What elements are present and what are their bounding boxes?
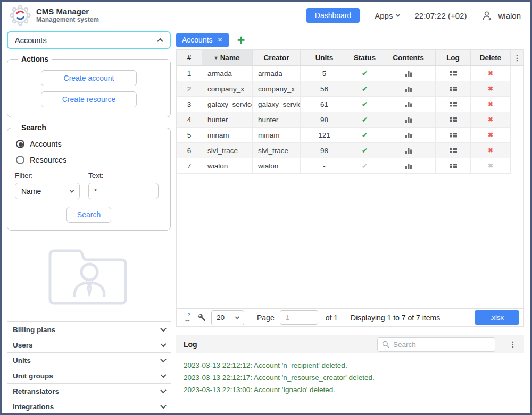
log-button[interactable] [436, 158, 471, 174]
log-search-box[interactable] [377, 337, 495, 352]
user-menu[interactable]: wialon [481, 10, 521, 21]
delete-button[interactable]: ✖ [471, 66, 511, 81]
contents-button[interactable] [381, 158, 436, 174]
close-icon[interactable]: ✕ [218, 37, 223, 43]
table-row[interactable]: 1armadaarmada5✔✖ [177, 66, 523, 81]
table-row[interactable]: 7wialonwialon-✔✖ [177, 158, 523, 174]
sidebar-item-unit-groups[interactable]: Unit groups [7, 368, 171, 383]
column-header-delete[interactable]: Delete [471, 50, 511, 65]
column-header-name[interactable]: ▾ Name [202, 50, 253, 65]
chevron-up-icon [157, 38, 163, 44]
page-size-value: 20 [217, 314, 225, 321]
sidebar-item-units[interactable]: Units [7, 352, 171, 368]
table-menu[interactable]: ⋮ [511, 50, 523, 65]
delete-button[interactable]: ✖ [471, 112, 511, 128]
column-header-creator[interactable]: Creator [253, 50, 301, 65]
delete-button[interactable]: ✖ [471, 128, 511, 143]
wrench-icon[interactable] [198, 314, 206, 321]
dashboard-button[interactable]: Dashboard [306, 8, 360, 23]
status-toggle[interactable]: ✔ [348, 158, 381, 174]
log-button[interactable] [436, 112, 471, 128]
contents-button[interactable] [381, 66, 436, 81]
page-size-select[interactable]: 20 [211, 310, 244, 325]
radio-resources[interactable]: Resources [16, 156, 164, 164]
log-menu-kebab-icon[interactable]: ⋮ [509, 340, 517, 349]
delete-button[interactable]: ✖ [471, 143, 511, 158]
apps-menu[interactable]: Apps [375, 11, 400, 20]
sidebar-item-retranslators[interactable]: Retranslators [7, 383, 171, 399]
cell-num: 2 [177, 81, 202, 97]
table-row[interactable]: 5miriammiriam121✔✖ [177, 128, 523, 143]
accounts-table: # ▾ Name Creator Units Status Contents L… [176, 49, 524, 327]
table-row[interactable]: 2company_xcompany_x56✔✖ [177, 81, 523, 97]
log-button[interactable] [436, 128, 471, 143]
sidebar-item-label: Integrations [13, 403, 54, 411]
row-filler [511, 158, 523, 174]
x-icon: ✖ [488, 100, 493, 108]
tab-label: Accounts [182, 36, 213, 44]
bar-chart-icon [405, 101, 412, 108]
sort-desc-icon: ▾ [215, 55, 218, 61]
contents-button[interactable] [381, 143, 436, 158]
create-account-button[interactable]: Create account [41, 70, 137, 86]
row-filler [511, 66, 523, 81]
table-row[interactable]: 3galaxy_servicegalaxy_service61✔✖ [177, 97, 523, 112]
check-icon: ✔ [362, 69, 368, 78]
contents-button[interactable] [381, 97, 436, 112]
page-input[interactable] [280, 310, 318, 325]
delete-button[interactable]: ✖ [471, 97, 511, 112]
radio-accounts-label: Accounts [30, 140, 62, 148]
filter-select[interactable]: Name [15, 183, 80, 199]
app-logo [10, 5, 31, 26]
app-title: CMS Manager [36, 7, 99, 16]
status-toggle[interactable]: ✔ [348, 97, 381, 112]
page-count-label: of 1 [326, 314, 338, 322]
radio-accounts[interactable]: Accounts [16, 140, 164, 148]
contents-button[interactable] [381, 81, 436, 97]
log-button[interactable] [436, 97, 471, 112]
cell-num: 5 [177, 128, 202, 143]
table-footer: ? ↔ 20 Page of 1 Displayin [177, 308, 523, 326]
delete-button[interactable]: ✖ [471, 158, 511, 174]
column-header-num[interactable]: # [177, 50, 202, 65]
table-row[interactable]: 4hunterhunter98✔✖ [177, 112, 523, 128]
search-button[interactable]: Search [66, 207, 111, 223]
log-entries: 2023-03-13 22:12:12: Account 'n_recipien… [176, 353, 524, 396]
tab-accounts[interactable]: Accounts ✕ [176, 33, 229, 47]
sidebar-item-billing-plans[interactable]: Billing plans [7, 321, 171, 337]
status-toggle[interactable]: ✔ [348, 143, 381, 158]
status-toggle[interactable]: ✔ [348, 66, 381, 81]
column-header-name-label: Name [220, 54, 240, 62]
log-search-input[interactable] [393, 341, 491, 349]
log-entry: 2023-03-13 22:12:17: Account 'n_resourse… [184, 371, 517, 384]
check-icon: ✔ [362, 146, 368, 155]
account-folder-icon [47, 244, 131, 306]
radio-resources-label: Resources [30, 156, 66, 164]
sidebar-item-users[interactable]: Users [7, 337, 171, 352]
column-header-units[interactable]: Units [301, 50, 348, 65]
log-button[interactable] [436, 143, 471, 158]
column-header-contents[interactable]: Contents [381, 50, 436, 65]
column-header-log[interactable]: Log [436, 50, 471, 65]
cell-num: 4 [177, 112, 202, 128]
add-tab-button[interactable]: + [237, 34, 245, 46]
search-text-input[interactable] [88, 183, 159, 199]
fit-columns-icon[interactable]: ? ↔ [182, 312, 193, 323]
table-row[interactable]: 6sivi_tracesivi_trace98✔✖ [177, 143, 523, 158]
status-toggle[interactable]: ✔ [348, 128, 381, 143]
chevron-down-icon [160, 372, 166, 378]
sidebar-item-integrations[interactable]: Integrations [7, 399, 171, 413]
column-header-status[interactable]: Status [348, 50, 381, 65]
create-resource-button[interactable]: Create resource [41, 91, 137, 107]
sidebar-item-accounts[interactable]: Accounts [7, 31, 171, 49]
status-toggle[interactable]: ✔ [348, 81, 381, 97]
contents-button[interactable] [381, 112, 436, 128]
export-xlsx-button[interactable]: .xlsx [475, 310, 519, 325]
status-toggle[interactable]: ✔ [348, 112, 381, 128]
cell-num: 1 [177, 66, 202, 81]
log-button[interactable] [436, 66, 471, 81]
log-button[interactable] [436, 81, 471, 97]
contents-button[interactable] [381, 128, 436, 143]
delete-button[interactable]: ✖ [471, 81, 511, 97]
actions-group: Actions Create account Create resource [7, 55, 171, 117]
